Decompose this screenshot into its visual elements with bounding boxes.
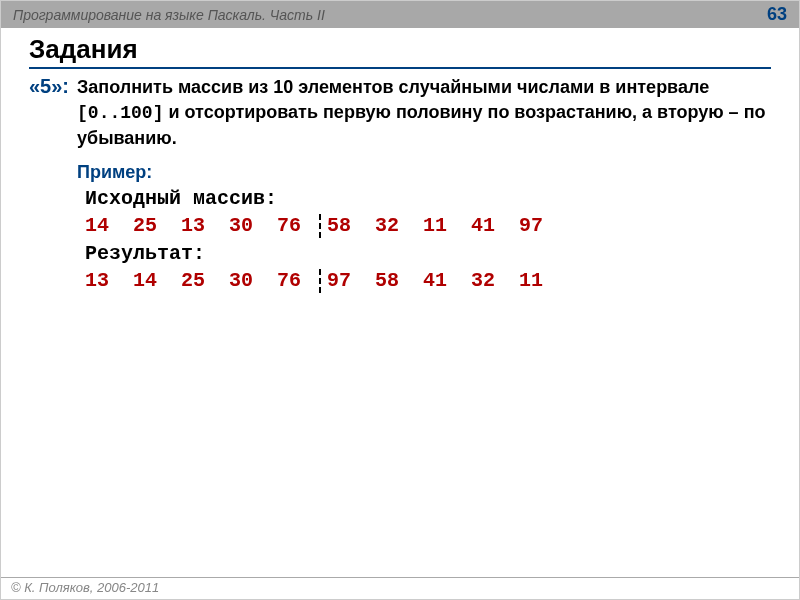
task-text-part1: Заполнить массив из 10 элементов случайн… [77,77,709,97]
task-text: Заполнить массив из 10 элементов случайн… [77,75,771,152]
content-area: Задания «5»: Заполнить массив из 10 элем… [1,28,799,295]
arr-cell: 41 [471,214,519,237]
result-array: 13 14 25 30 76 97 58 41 32 11 [85,269,771,293]
arr-cell: 11 [519,269,567,292]
arr-cell: 11 [423,214,471,237]
example-label: Пример: [77,162,771,183]
task-range: [0..100] [77,103,163,123]
divider-icon [319,269,321,293]
source-label: Исходный массив: [85,187,771,210]
grade-label: «5»: [29,75,69,98]
arr-cell: 32 [375,214,423,237]
arr-cell: 58 [375,269,423,292]
arr-cell: 76 [277,214,325,237]
arr-cell: 14 [85,214,133,237]
arr-cell: 97 [519,214,567,237]
arr-cell: 32 [471,269,519,292]
slide: Программирование на языке Паскаль. Часть… [0,0,800,600]
arr-cell: 13 [85,269,133,292]
task-text-part2: и отсортировать первую половину по возра… [77,102,765,148]
arr-cell: 41 [423,269,471,292]
arr-cell: 30 [229,214,277,237]
divider-icon [319,214,321,238]
footer: © К. Поляков, 2006-2011 [1,577,799,599]
task-body: Заполнить массив из 10 элементов случайн… [77,75,771,295]
task-row: «5»: Заполнить массив из 10 элементов сл… [29,75,771,295]
page-title: Задания [29,34,771,69]
arr-cell: 97 [327,269,375,292]
top-bar: Программирование на языке Паскаль. Часть… [1,1,799,28]
arr-cell: 58 [327,214,375,237]
page-number: 63 [767,4,787,25]
breadcrumb: Программирование на языке Паскаль. Часть… [13,7,325,23]
result-label: Результат: [85,242,771,265]
example-block: Исходный массив: 14 25 13 30 76 58 32 11… [85,187,771,293]
source-array: 14 25 13 30 76 58 32 11 41 97 [85,214,771,238]
arr-cell: 25 [133,214,181,237]
arr-cell: 13 [181,214,229,237]
arr-cell: 25 [181,269,229,292]
arr-cell: 30 [229,269,277,292]
arr-cell: 76 [277,269,325,292]
arr-cell: 14 [133,269,181,292]
